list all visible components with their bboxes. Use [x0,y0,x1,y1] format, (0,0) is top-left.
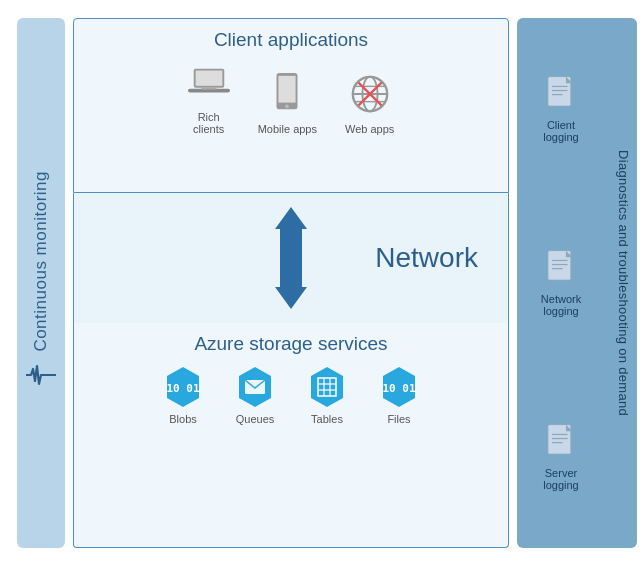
laptop-icon [188,61,230,107]
rich-clients-label: Richclients [193,111,224,135]
storage-tier-icons: 10 01 Blobs Queues [74,361,508,435]
svg-rect-5 [279,75,296,102]
diagnostics-label: Diagnostics and troubleshooting on deman… [616,150,631,416]
network-tier: Network [73,193,509,323]
svg-rect-1 [195,70,222,85]
network-logging-label: Networklogging [541,293,581,317]
right-label-container: Diagnostics and troubleshooting on deman… [609,18,637,548]
client-logging-icon [543,75,579,115]
tables-icon [305,365,349,409]
server-logging-label: Serverlogging [543,467,578,491]
double-arrow [275,207,307,309]
client-tier-icons: Richclients Mobile apps [74,57,508,145]
globe-icon [349,73,391,119]
client-tier-title: Client applications [74,19,508,57]
server-logging-item: Serverlogging [543,423,579,491]
blobs-label: Blobs [169,413,197,425]
heart-icon [26,362,56,394]
storage-tier-title: Azure storage services [74,323,508,361]
network-tier-title: Network [375,242,478,274]
files-label: Files [387,413,410,425]
svg-rect-3 [201,87,216,89]
blobs-icon: 10 01 [161,365,205,409]
diagram-wrapper: Continuous monitoring Client application… [7,8,637,558]
queues-label: Queues [236,413,275,425]
queues-icon [233,365,277,409]
arrow-shaft [280,229,302,287]
queues-icon-item: Queues [233,365,277,425]
files-icon: 10 01 [377,365,421,409]
mobile-apps-icon-item: Mobile apps [258,73,317,135]
right-panel-items: Clientlogging Networklogging [523,28,621,538]
svg-point-6 [285,104,289,108]
client-tier: Client applications Richclients [73,18,509,193]
client-logging-label: Clientlogging [543,119,578,143]
arrow-head-down [275,287,307,309]
files-icon-item: 10 01 Files [377,365,421,425]
svg-marker-18 [311,367,343,407]
center-area: Client applications Richclients [73,18,509,548]
tables-icon-item: Tables [305,365,349,425]
client-logging-item: Clientlogging [543,75,579,143]
svg-text:10
01: 10 01 [166,382,199,395]
blobs-icon-item: 10 01 Blobs [161,365,205,425]
server-logging-icon [543,423,579,463]
network-logging-icon [543,249,579,289]
left-panel: Continuous monitoring [17,18,65,548]
network-logging-item: Networklogging [541,249,581,317]
continuous-monitoring-label: Continuous monitoring [31,171,51,352]
web-apps-label: Web apps [345,123,394,135]
mobile-icon [266,73,308,119]
right-panel: Clientlogging Networklogging [517,18,627,548]
rich-clients-icon-item: Richclients [188,61,230,135]
storage-tier: Azure storage services 10 01 Blobs [73,323,509,548]
web-apps-icon-item: Web apps [345,73,394,135]
mobile-apps-label: Mobile apps [258,123,317,135]
arrow-head-up [275,207,307,229]
tables-label: Tables [311,413,343,425]
svg-text:10
01: 10 01 [382,382,415,395]
